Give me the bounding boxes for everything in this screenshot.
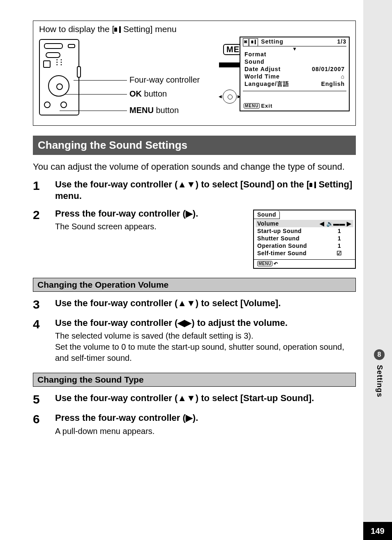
label-ok-rest: button bbox=[142, 89, 167, 98]
chapter-number-badge: 8 bbox=[374, 349, 385, 360]
t: Press the four-way controller ( bbox=[55, 208, 186, 219]
lcd-row-label: World Time bbox=[244, 73, 280, 80]
sound-row-label: Shutter Sound bbox=[257, 235, 300, 242]
t: ). bbox=[193, 208, 198, 219]
lcd-row-label: Sound bbox=[244, 58, 265, 65]
step-2: 2 Sound Volume◀ 🔉▬▬ ▶ Start-up Sound1 Sh… bbox=[33, 208, 356, 269]
sound-row: Start-up Sound1 bbox=[257, 227, 352, 235]
setting-tab-icon bbox=[249, 38, 258, 46]
step-3: 3 Use the four-way controller (▲▼) to se… bbox=[33, 298, 356, 312]
checkbox-icon: ☑ bbox=[327, 250, 352, 256]
sound-row-value: 1 bbox=[327, 235, 352, 242]
right-margin bbox=[363, 0, 392, 540]
subsection-type: Changing the Sound Type bbox=[33, 373, 356, 387]
howto-title-pre: How to display the [ bbox=[39, 24, 114, 34]
lcd-row-label: Format bbox=[244, 51, 266, 58]
wrench-icon bbox=[114, 26, 121, 33]
lcd-exit: MENUExit bbox=[244, 103, 272, 109]
section-header: Changing the Sound Settings bbox=[33, 136, 356, 155]
sound-row-label: Volume bbox=[257, 220, 279, 227]
lcd-row-value: 08/01/2007 bbox=[312, 66, 345, 72]
step-main: Use the four-way controller (◀▶) to adju… bbox=[55, 317, 356, 329]
label-menu-rest: button bbox=[154, 106, 179, 115]
arrows-up-down-icon: ▲▼ bbox=[178, 298, 196, 308]
menu-small-icon: MENU bbox=[244, 103, 260, 108]
step-main: Use the four-way controller (▲▼) to sele… bbox=[55, 392, 356, 404]
label-fourway: Four-way controller bbox=[129, 75, 200, 85]
howto-box: How to display the [ Setting] menu • •• … bbox=[33, 21, 356, 126]
sound-screen-title: Sound bbox=[254, 210, 280, 219]
sound-row-value: 1 bbox=[327, 228, 352, 234]
exit-label: Exit bbox=[261, 103, 272, 109]
step-6: 6 Press the four-way controller (▶). A p… bbox=[33, 412, 356, 437]
step-4: 4 Use the four-way controller (◀▶) to ad… bbox=[33, 317, 356, 364]
step-number: 6 bbox=[33, 412, 55, 437]
step-number: 3 bbox=[33, 298, 55, 312]
step-number: 5 bbox=[33, 392, 55, 406]
step-main: Press the four-way controller (▶). bbox=[55, 412, 356, 424]
lcd-row-label: Date Adjust bbox=[244, 66, 281, 72]
lcd-row-value: English bbox=[321, 81, 345, 88]
step-number: 4 bbox=[33, 317, 55, 364]
howto-title: How to display the [ Setting] menu bbox=[39, 24, 350, 34]
page-number: 149 bbox=[363, 522, 392, 540]
sound-row-value: 1 bbox=[327, 242, 352, 249]
sound-row: Volume◀ 🔉▬▬ ▶ bbox=[256, 220, 353, 227]
lcd-row: Sound bbox=[240, 58, 349, 65]
step-number: 2 bbox=[33, 208, 55, 269]
t: Use the four-way controller ( bbox=[55, 298, 178, 308]
label-menu: MENU button bbox=[129, 106, 179, 115]
step-main: Use the four-way controller (▲▼) to sele… bbox=[55, 179, 356, 202]
sound-screen-bottom: MENU↶ bbox=[254, 259, 355, 268]
sound-row-label: Operation Sound bbox=[257, 242, 307, 249]
arrows-up-down-icon: ▲▼ bbox=[178, 393, 196, 403]
lcd-row-label: Language/言語 bbox=[244, 81, 289, 88]
sound-screen: Sound Volume◀ 🔉▬▬ ▶ Start-up Sound1 Shut… bbox=[253, 210, 356, 269]
subsection-volume: Changing the Operation Volume bbox=[33, 278, 356, 292]
sound-row: Self-timer Sound☑ bbox=[257, 249, 352, 257]
lcd-row: World Time⌂ bbox=[240, 73, 349, 80]
sound-row: Operation Sound1 bbox=[257, 242, 352, 249]
arrows-up-down-icon: ▲▼ bbox=[178, 179, 196, 189]
t: ) to select [Start-up Sound]. bbox=[196, 393, 314, 403]
step-number: 1 bbox=[33, 179, 55, 202]
chapter-label: Settings bbox=[375, 365, 384, 397]
lcd-row: Date Adjust08/01/2007 bbox=[240, 65, 349, 73]
volume-indicator-icon: ◀ 🔉▬▬ ▶ bbox=[320, 220, 352, 227]
dpad-icon: ◀▶ bbox=[221, 88, 238, 105]
home-icon: ⌂ bbox=[341, 73, 345, 80]
cursor-down-icon: ▼ bbox=[240, 47, 349, 51]
label-ok: OK button bbox=[129, 89, 167, 99]
t: Use the four-way controller ( bbox=[55, 393, 178, 403]
sound-row: Shutter Sound1 bbox=[257, 235, 352, 242]
step-5: 5 Use the four-way controller (▲▼) to se… bbox=[33, 392, 356, 406]
lcd-title: Setting bbox=[261, 38, 283, 46]
t: Press the four-way controller ( bbox=[55, 413, 186, 423]
sound-row-label: Start-up Sound bbox=[257, 228, 302, 234]
arrow-right-icon: ▶ bbox=[186, 208, 193, 219]
back-arrow-icon: ↶ bbox=[274, 261, 278, 267]
t: ) to adjust the volume. bbox=[191, 318, 287, 328]
step-main: Use the four-way controller (▲▼) to sele… bbox=[55, 298, 356, 309]
setting-screen: ◙ Setting 1/3 ▼ Format Sound Date Adjust… bbox=[240, 37, 350, 111]
camera-tab-icon: ◙ bbox=[243, 38, 249, 46]
sound-row-label: Self-timer Sound bbox=[257, 250, 307, 256]
label-menu-bold: MENU bbox=[129, 106, 154, 115]
t: ) to select [Volume]. bbox=[196, 298, 281, 308]
side-tab: 8 Settings bbox=[374, 349, 385, 397]
t: ) to select [Sound] on the [ bbox=[196, 179, 309, 189]
step-sub: A pull-down menu appears. bbox=[55, 426, 356, 437]
step-1: 1 Use the four-way controller (▲▼) to se… bbox=[33, 179, 356, 202]
label-ok-bold: OK bbox=[129, 89, 142, 98]
page-content: How to display the [ Setting] menu • •• … bbox=[33, 21, 356, 437]
arrow-right-icon: ▶ bbox=[186, 413, 193, 423]
howto-title-post: Setting] menu bbox=[121, 24, 176, 34]
t: ). bbox=[193, 413, 198, 423]
lcd-row: Language/言語English bbox=[240, 80, 349, 88]
step-sub: The selected volume is saved (the defaul… bbox=[55, 330, 356, 364]
t: Use the four-way controller ( bbox=[55, 318, 178, 328]
menu-small-icon: MENU bbox=[257, 261, 272, 266]
lcd-page-indicator: 1/3 bbox=[337, 38, 346, 46]
t: Use the four-way controller ( bbox=[55, 179, 178, 189]
intro-text: You can adjust the volume of operation s… bbox=[33, 161, 356, 173]
